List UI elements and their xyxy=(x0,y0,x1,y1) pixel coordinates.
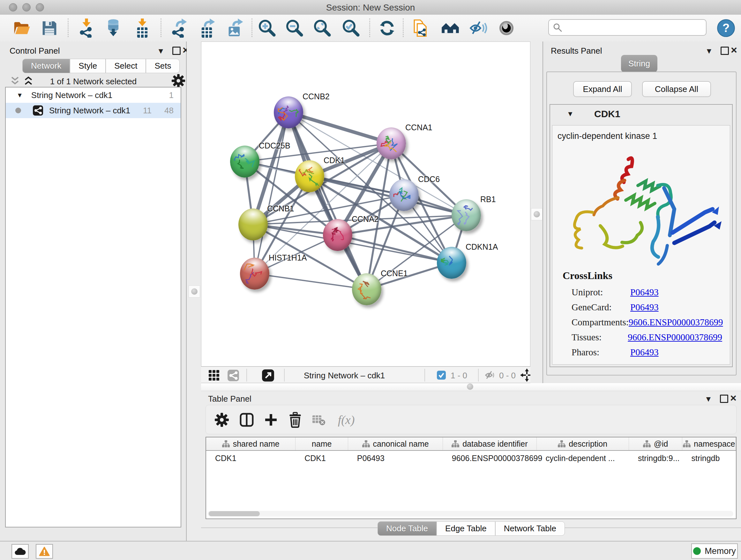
export-network-button[interactable] xyxy=(167,18,190,38)
table-cell[interactable]: cyclin-dependent ... xyxy=(537,451,629,465)
column-header-@id[interactable]: @id xyxy=(629,437,683,450)
import-network-button[interactable] xyxy=(75,18,98,38)
crosslink-link[interactable]: 9606.ENSP00000378699 xyxy=(628,332,722,343)
zoom-fit-button[interactable] xyxy=(311,18,333,38)
tab-network[interactable]: Network xyxy=(22,59,70,73)
horizontal-splitter-handle[interactable] xyxy=(467,383,473,390)
search-input[interactable] xyxy=(562,22,706,33)
selected-checkbox-icon[interactable] xyxy=(436,370,446,380)
crosslink-link[interactable]: 9606.ENSP00000378699 xyxy=(629,317,723,327)
export-image-button[interactable] xyxy=(223,18,246,38)
network-node-ccna2[interactable] xyxy=(323,219,352,251)
refresh-button[interactable] xyxy=(376,18,398,38)
network-node-ccnb1[interactable] xyxy=(239,208,268,240)
hidden-eye-icon[interactable] xyxy=(484,370,496,380)
column-header-description[interactable]: description xyxy=(537,437,629,450)
right-splitter[interactable] xyxy=(530,42,542,383)
zoom-out-button[interactable] xyxy=(283,18,306,38)
results-panel-float-icon[interactable]: ▼ xyxy=(705,47,713,56)
network-node-cdkn1a[interactable] xyxy=(437,247,466,279)
tab-node-table[interactable]: Node Table xyxy=(378,521,436,536)
control-panel-float-icon[interactable]: ▼ xyxy=(157,47,165,56)
network-options-gear-icon[interactable] xyxy=(171,73,186,88)
warning-status-button[interactable] xyxy=(36,544,53,559)
network-share-icon[interactable] xyxy=(227,369,239,381)
results-panel-maximize-icon[interactable] xyxy=(721,47,729,55)
table-panel-maximize-icon[interactable] xyxy=(720,395,728,403)
tab-string[interactable]: String xyxy=(621,55,657,72)
table-cell[interactable]: CDK1 xyxy=(295,451,348,465)
gene-collapse-caret[interactable]: ▼ xyxy=(567,110,574,118)
import-database-button[interactable] xyxy=(102,18,125,38)
zoom-in-button[interactable] xyxy=(256,18,278,38)
control-panel-maximize-icon[interactable] xyxy=(172,47,181,55)
network-node-ccne1[interactable] xyxy=(352,273,381,305)
home-networks-button[interactable] xyxy=(439,18,461,38)
expand-all-button[interactable]: Expand All xyxy=(573,81,632,97)
table-panel-float-icon[interactable]: ▼ xyxy=(704,395,712,403)
collapse-all-button[interactable]: Collapse All xyxy=(642,81,711,97)
network-node-hist1h1a[interactable] xyxy=(240,258,269,290)
network-node-ccnb2[interactable] xyxy=(274,97,303,128)
right-splitter-handle[interactable] xyxy=(531,208,542,220)
network-node-cdc25b[interactable] xyxy=(230,145,259,178)
network-node-cdk1[interactable] xyxy=(295,160,324,192)
tab-select[interactable]: Select xyxy=(106,59,146,73)
control-panel-title: Control Panel xyxy=(10,46,60,56)
preview-button[interactable] xyxy=(495,18,518,38)
network-list: ▼ String Network – cdk1 1 String Network… xyxy=(5,87,181,527)
tab-edge-table[interactable]: Edge Table xyxy=(436,521,495,536)
table-cell[interactable]: stringdb:9... xyxy=(629,451,683,465)
collection-expand-caret[interactable]: ▼ xyxy=(17,91,23,99)
delete-table-icon[interactable] xyxy=(309,410,329,430)
horizontal-splitter[interactable] xyxy=(201,383,741,391)
results-panel-close-icon[interactable]: × xyxy=(731,47,737,53)
network-node-cdc6[interactable] xyxy=(389,179,419,211)
tab-network-table[interactable]: Network Table xyxy=(495,521,565,536)
show-hide-graphics-button[interactable] xyxy=(467,18,489,38)
crosslink-link[interactable]: P06493 xyxy=(630,287,659,298)
delete-column-trash-icon[interactable] xyxy=(285,410,306,430)
column-header-database-identifier[interactable]: database identifier xyxy=(443,437,536,450)
function-builder-icon[interactable]: f(x) xyxy=(333,410,360,430)
table-cell[interactable]: P06493 xyxy=(348,451,443,465)
network-row[interactable]: String Network – cdk1 11 48 xyxy=(6,103,181,118)
open-session-button[interactable] xyxy=(10,18,33,38)
table-hscrollbar[interactable] xyxy=(207,511,733,516)
create-column-icon[interactable] xyxy=(261,410,281,430)
network-collection-row[interactable]: ▼ String Network – cdk1 1 xyxy=(6,87,181,103)
left-splitter-handle[interactable] xyxy=(189,286,200,298)
export-table-button[interactable] xyxy=(196,18,218,38)
table-panel-close-icon[interactable]: × xyxy=(730,395,737,401)
column-header-name[interactable]: name xyxy=(295,437,348,450)
tab-sets[interactable]: Sets xyxy=(146,59,180,73)
column-header-shared-name[interactable]: shared name xyxy=(206,437,295,450)
table-cell[interactable]: stringdb xyxy=(682,451,736,465)
string-file-button[interactable] xyxy=(410,18,432,38)
column-header-canonical-name[interactable]: canonical name xyxy=(348,437,443,450)
table-hscrollbar-thumb[interactable] xyxy=(209,511,260,516)
show-columns-icon[interactable] xyxy=(237,410,257,430)
zoom-selected-button[interactable] xyxy=(340,18,362,38)
left-splitter[interactable] xyxy=(187,42,201,541)
crosslink-link[interactable]: P06493 xyxy=(630,347,659,358)
crosslink-link[interactable]: P06493 xyxy=(630,302,659,313)
table-cell[interactable]: CDK1 xyxy=(206,451,295,465)
column-header-namespace[interactable]: namespace xyxy=(682,437,736,450)
table-cell[interactable]: 9606.ENSP00000378699 xyxy=(443,451,537,465)
memory-button[interactable]: Memory xyxy=(691,543,738,559)
network-node-rb1[interactable] xyxy=(452,199,481,231)
table-row[interactable]: CDK1CDK1P064939606.ENSP00000378699cyclin… xyxy=(206,451,736,465)
tab-style[interactable]: Style xyxy=(70,59,106,73)
open-in-window-icon[interactable] xyxy=(262,369,274,382)
table-options-gear-icon[interactable] xyxy=(212,410,232,430)
cloud-status-button[interactable] xyxy=(11,544,29,559)
save-session-button[interactable] xyxy=(38,18,61,38)
network-canvas[interactable]: CCNB2CCNA1CDC25BCDK1CDC6RB1CCNB1CCNA2CDK… xyxy=(201,42,530,367)
birds-eye-grid-icon[interactable] xyxy=(208,369,220,381)
toolbar-separator xyxy=(284,369,285,381)
network-node-ccna1[interactable] xyxy=(377,127,406,159)
import-table-button[interactable] xyxy=(131,18,153,38)
help-button[interactable]: ? xyxy=(715,18,737,38)
search-field[interactable] xyxy=(548,19,706,36)
